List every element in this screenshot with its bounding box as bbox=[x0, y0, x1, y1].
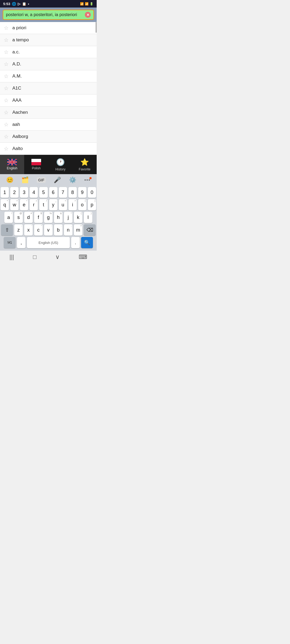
star-icon[interactable]: ☆ bbox=[4, 145, 9, 152]
clear-button[interactable]: ✕ bbox=[85, 12, 91, 18]
key-j[interactable]: *j bbox=[64, 212, 73, 223]
settings-icon[interactable]: ⚙️ bbox=[69, 177, 76, 184]
comma-key[interactable]: , bbox=[17, 237, 26, 248]
key-4[interactable]: 4 bbox=[30, 187, 38, 198]
star-icon[interactable]: ☆ bbox=[4, 85, 9, 92]
recents-nav-icon[interactable]: ∨ bbox=[55, 254, 60, 261]
star-icon[interactable]: ☆ bbox=[4, 109, 9, 116]
word-text: A.D. bbox=[12, 61, 21, 67]
list-item[interactable]: ☆AAA bbox=[0, 94, 97, 107]
key-f[interactable]: $f bbox=[34, 212, 43, 223]
star-icon[interactable]: ☆ bbox=[4, 25, 9, 31]
key-5[interactable]: 5 bbox=[39, 187, 48, 198]
key-p[interactable]: ]p bbox=[88, 199, 96, 210]
search-input[interactable]: posteriori w, a posteritori, ia posterio… bbox=[6, 12, 83, 17]
key-n[interactable]: ,n bbox=[64, 224, 73, 236]
list-item[interactable]: ☆a tempo bbox=[0, 34, 97, 46]
key-d[interactable]: #d bbox=[24, 212, 33, 223]
star-icon[interactable]: ☆ bbox=[4, 49, 9, 55]
tab-english[interactable]: English bbox=[0, 155, 24, 174]
star-icon[interactable]: ☆ bbox=[4, 133, 9, 140]
star-icon[interactable]: ☆ bbox=[4, 61, 9, 67]
key-w[interactable]: ×w bbox=[10, 199, 19, 210]
star-icon[interactable]: ☆ bbox=[4, 37, 9, 43]
shift-key[interactable]: ⇧ bbox=[1, 224, 13, 236]
key-b[interactable]: .b bbox=[54, 224, 63, 236]
tab-history[interactable]: 🕐 History bbox=[48, 155, 73, 174]
more-icon[interactable]: ••• bbox=[84, 178, 90, 182]
key-q[interactable]: +q bbox=[1, 199, 9, 210]
home-nav-icon[interactable]: □ bbox=[33, 254, 37, 261]
list-item[interactable]: ☆A1C bbox=[0, 82, 97, 94]
key-7[interactable]: 7 bbox=[59, 187, 67, 198]
sticker-icon[interactable]: 🗂️ bbox=[21, 177, 29, 184]
status-time-area: 5:53 🌐 ▷ 📋 • bbox=[3, 2, 29, 6]
key-8[interactable]: 8 bbox=[68, 187, 77, 198]
status-icon-globe: 🌐 bbox=[12, 2, 16, 6]
key-u[interactable]: <u bbox=[59, 199, 67, 210]
key-l[interactable]: )l bbox=[84, 212, 92, 223]
key-c[interactable]: "c bbox=[34, 224, 43, 236]
scroll-thumb[interactable] bbox=[96, 22, 97, 33]
svg-rect-1 bbox=[31, 159, 41, 162]
key-9[interactable]: 9 bbox=[78, 187, 86, 198]
key-r[interactable]: =r bbox=[30, 199, 38, 210]
key-z[interactable]: -z bbox=[14, 224, 23, 236]
key-2[interactable]: 2 bbox=[10, 187, 19, 198]
key-x[interactable]: 'x bbox=[24, 224, 33, 236]
key-0[interactable]: 0 bbox=[88, 187, 96, 198]
list-item[interactable]: ☆Aachen bbox=[0, 107, 97, 119]
key-6[interactable]: 6 bbox=[49, 187, 57, 198]
key-t[interactable]: /t bbox=[39, 199, 48, 210]
special-key[interactable]: !#1 bbox=[4, 237, 16, 248]
key-i[interactable]: >i bbox=[68, 199, 77, 210]
key-o[interactable]: [o bbox=[78, 199, 86, 210]
star-icon[interactable]: ☆ bbox=[4, 73, 9, 79]
status-right-icons: 📶 📶 🔋 bbox=[80, 2, 93, 6]
backspace-key[interactable]: ⌫ bbox=[84, 224, 96, 236]
list-item[interactable]: ☆A.M. bbox=[0, 70, 97, 82]
list-item[interactable]: ☆Aalborg bbox=[0, 131, 97, 143]
list-item[interactable]: ☆A.D. bbox=[0, 58, 97, 70]
list-item[interactable]: ☆aah bbox=[0, 119, 97, 131]
key-3[interactable]: 3 bbox=[20, 187, 28, 198]
key-m[interactable]: ?m bbox=[74, 224, 82, 236]
gif-button[interactable]: GIF bbox=[37, 177, 46, 183]
key-e[interactable]: ÷e bbox=[20, 199, 28, 210]
mic-icon[interactable]: 🎤 bbox=[54, 177, 61, 184]
word-text: a tempo bbox=[12, 37, 29, 43]
period-key[interactable]: . bbox=[71, 237, 80, 248]
word-text: a.c. bbox=[12, 49, 20, 55]
key-g[interactable]: %g bbox=[44, 212, 53, 223]
list-item[interactable]: ☆Aalto bbox=[0, 143, 97, 155]
zxcv-row: ⇧-z'x"c:v.b,n?m⌫ bbox=[1, 224, 96, 236]
emoji-icon[interactable]: 😊 bbox=[6, 177, 13, 184]
back-nav-icon[interactable]: ||| bbox=[9, 254, 14, 261]
key-s[interactable]: @s bbox=[14, 212, 23, 223]
key-y[interactable]: _y bbox=[49, 199, 57, 210]
spacebar-key[interactable]: English (US) bbox=[27, 237, 70, 248]
asdf-row: !a@s#d$f%g&h*j(k)l bbox=[1, 212, 96, 223]
wifi-icon: 📶 bbox=[80, 2, 84, 6]
key-1[interactable]: 1 bbox=[1, 187, 9, 198]
key-v[interactable]: :v bbox=[44, 224, 53, 236]
tab-history-label: History bbox=[55, 167, 65, 171]
key-a[interactable]: !a bbox=[4, 212, 13, 223]
number-row: 1234567890 bbox=[1, 187, 96, 198]
word-text: a priori bbox=[12, 25, 26, 31]
star-icon[interactable]: ☆ bbox=[4, 97, 9, 104]
tab-favorite[interactable]: ⭐ Favorite bbox=[73, 155, 97, 174]
list-item[interactable]: ☆a.c. bbox=[0, 46, 97, 58]
word-text: A.M. bbox=[12, 74, 22, 79]
battery-icon: 🔋 bbox=[90, 2, 93, 6]
space-row: !#1,English (US).🔍 bbox=[1, 237, 96, 248]
tab-polish[interactable]: Polish bbox=[24, 155, 48, 174]
list-item[interactable]: ☆a priori bbox=[0, 22, 97, 34]
star-icon[interactable]: ☆ bbox=[4, 121, 9, 128]
keyboard-nav-icon[interactable]: ⌨ bbox=[79, 254, 87, 261]
key-h[interactable]: &h bbox=[54, 212, 63, 223]
search-key[interactable]: 🔍 bbox=[81, 237, 93, 248]
search-bar[interactable]: posteriori w, a posteritori, ia posterio… bbox=[3, 10, 94, 20]
key-k[interactable]: (k bbox=[74, 212, 82, 223]
tab-polish-label: Polish bbox=[32, 166, 41, 170]
